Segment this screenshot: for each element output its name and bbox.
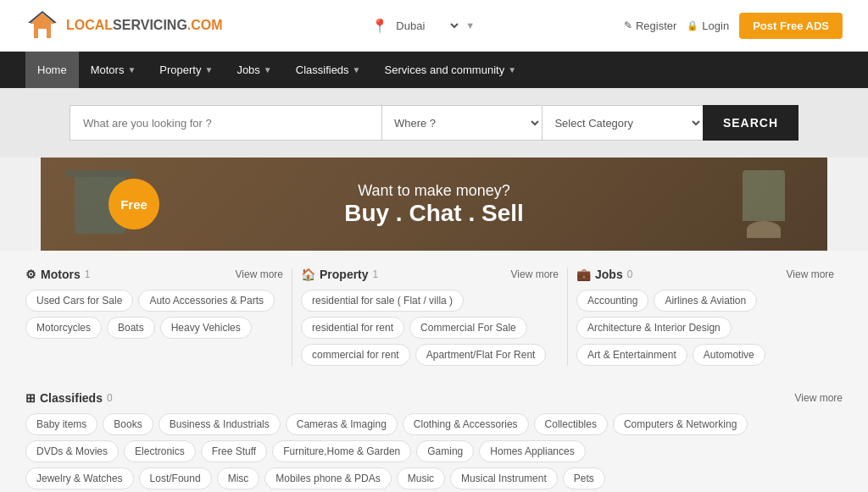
edit-icon: ✎: [624, 19, 632, 31]
tag-dvds-movies[interactable]: DVDs & Movies: [25, 440, 119, 462]
tag-pets[interactable]: Pets: [563, 467, 605, 489]
tag-business-industrials[interactable]: Business & Industrials: [159, 413, 281, 435]
tag-boats[interactable]: Boats: [107, 317, 155, 339]
property-header: 🏠 Property 1 View more: [301, 268, 559, 281]
jobs-title: 💼 Jobs 0: [576, 268, 632, 281]
jobs-tags: Accounting Airlines & Aviation Architect…: [576, 290, 834, 366]
classifieds-title: ⊞ Classifieds 0: [25, 391, 113, 405]
tag-commercial-sale[interactable]: Commercial For Sale: [409, 317, 527, 339]
tag-heavy-vehicles[interactable]: Heavy Vehicles: [160, 317, 252, 339]
search-bar: Where ? Dubai Abu Dhabi Sharjah Select C…: [70, 105, 798, 141]
tag-apartment-flat-rent[interactable]: Apartment/Flat For Rent: [415, 344, 547, 366]
main-nav: Home Motors ▼ Property ▼ Jobs ▼ Classifi…: [0, 52, 868, 88]
tag-residential-sale[interactable]: residential for sale ( Flat / villa ): [301, 290, 464, 312]
top-header: LOCALSERVICING.COM 📍 Dubai Abu Dhabi Sha…: [0, 0, 868, 52]
property-view-more[interactable]: View more: [511, 268, 559, 280]
location-area: 📍 Dubai Abu Dhabi Sharjah ▼: [371, 18, 475, 34]
tag-music[interactable]: Music: [397, 467, 445, 489]
motors-arrow-icon: ▼: [127, 65, 136, 75]
services-arrow-icon: ▼: [508, 65, 516, 75]
jobs-arrow-icon: ▼: [264, 65, 272, 75]
tag-misc[interactable]: Misc: [217, 467, 260, 489]
motors-view-more[interactable]: View more: [236, 268, 283, 280]
tag-mobiles-pdas[interactable]: Mobiles phone & PDAs: [264, 467, 391, 489]
tag-auto-accessories[interactable]: Auto Accessories & Parts: [138, 290, 275, 312]
search-button[interactable]: SEARCH: [703, 105, 798, 141]
top-categories-row: ⚙ Motors 1 View more Used Cars for Sale …: [25, 268, 843, 366]
tag-computers-networking[interactable]: Computers & Networking: [613, 413, 748, 435]
classifieds-header: ⊞ Classifieds 0 View more: [25, 391, 843, 405]
tag-automotive[interactable]: Automotive: [693, 344, 765, 366]
nav-services[interactable]: Services and community ▼: [373, 52, 529, 88]
logo-house-icon: [25, 8, 59, 42]
header-right: ✎ Register 🔒 Login Post Free ADS: [624, 13, 843, 39]
tag-art-entertainment[interactable]: Art & Entertainment: [576, 344, 687, 366]
main-content: ⚙ Motors 1 View more Used Cars for Sale …: [0, 251, 868, 492]
tag-airlines-aviation[interactable]: Airlines & Aviation: [654, 290, 757, 312]
tag-lost-found[interactable]: Lost/Found: [139, 467, 212, 489]
tag-free-stuff[interactable]: Free Stuff: [201, 440, 267, 462]
nav-jobs[interactable]: Jobs ▼: [225, 52, 283, 88]
gear-icon: ⚙: [25, 268, 36, 281]
classifieds-tags-row2: Jewelry & Watches Lost/Found Misc Mobile…: [25, 467, 843, 489]
free-badge: Free: [108, 179, 159, 229]
motors-header: ⚙ Motors 1 View more: [25, 268, 283, 281]
jobs-view-more[interactable]: View more: [787, 268, 834, 280]
tag-electronics[interactable]: Electronics: [124, 440, 196, 462]
nav-property[interactable]: Property ▼: [147, 52, 225, 88]
banner-top-line: Want to make money?: [344, 182, 524, 200]
nav-classifieds[interactable]: Classifieds ▼: [284, 52, 373, 88]
building-icon: 🏠: [301, 268, 315, 281]
jobs-section: 💼 Jobs 0 View more Accounting Airlines &…: [568, 268, 843, 366]
svg-rect-1: [38, 29, 47, 38]
tag-collectibles[interactable]: Collectibles: [534, 413, 608, 435]
banner-bottom-line: Buy . Chat . Sell: [344, 200, 524, 227]
tag-accounting[interactable]: Accounting: [576, 290, 648, 312]
tag-musical-instrument[interactable]: Musical Instrument: [450, 467, 558, 489]
property-title: 🏠 Property 1: [301, 268, 378, 281]
grid-icon: ⊞: [25, 391, 36, 405]
property-section: 🏠 Property 1 View more residential for s…: [292, 268, 568, 366]
tag-motorcycles[interactable]: Motorcycles: [25, 317, 102, 339]
jobs-header: 💼 Jobs 0 View more: [576, 268, 834, 281]
logo-text: LOCALSERVICING.COM: [66, 18, 223, 33]
category-dropdown[interactable]: Select Category Motors Property Jobs Cla…: [542, 105, 702, 141]
tag-books[interactable]: Books: [103, 413, 153, 435]
tag-gaming[interactable]: Gaming: [416, 440, 474, 462]
tag-residential-rent[interactable]: residential for rent: [301, 317, 404, 339]
location-dropdown[interactable]: Dubai Abu Dhabi Sharjah: [392, 19, 461, 33]
classifieds-arrow-icon: ▼: [353, 65, 361, 75]
property-tags: residential for sale ( Flat / villa ) re…: [301, 290, 559, 366]
tag-commercial-rent[interactable]: commercial for rent: [301, 344, 410, 366]
promo-banner: Free Want to make money? Buy . Chat . Se…: [41, 158, 827, 251]
location-pin-icon: 📍: [371, 18, 388, 34]
logo-area: LOCALSERVICING.COM: [25, 8, 223, 42]
nav-motors[interactable]: Motors ▼: [79, 52, 148, 88]
motors-tags: Used Cars for Sale Auto Accessories & Pa…: [25, 290, 283, 339]
briefcase-icon: 💼: [576, 268, 591, 281]
tag-homes-appliances[interactable]: Homes Appliances: [479, 440, 585, 462]
where-dropdown[interactable]: Where ? Dubai Abu Dhabi Sharjah: [381, 105, 542, 141]
property-arrow-icon: ▼: [204, 65, 213, 75]
lock-icon: 🔒: [687, 20, 698, 31]
search-input[interactable]: [70, 105, 381, 141]
classifieds-view-more[interactable]: View more: [795, 392, 843, 404]
tag-clothing-accessories[interactable]: Clothing & Accessories: [403, 413, 529, 435]
motors-section: ⚙ Motors 1 View more Used Cars for Sale …: [25, 268, 292, 366]
register-link[interactable]: ✎ Register: [624, 19, 676, 32]
classifieds-section: ⊞ Classifieds 0 View more Baby items Boo…: [25, 383, 843, 492]
tag-furniture-home-garden[interactable]: Furniture,Home & Garden: [272, 440, 411, 462]
tag-baby-items[interactable]: Baby items: [25, 413, 97, 435]
nav-home[interactable]: Home: [25, 52, 79, 88]
banner-text: Want to make money? Buy . Chat . Sell: [344, 182, 524, 227]
motors-title: ⚙ Motors 1: [25, 268, 90, 281]
classifieds-tags: Baby items Books Business & Industrials …: [25, 413, 843, 462]
dropdown-arrow-icon: ▼: [465, 20, 475, 30]
search-section: Where ? Dubai Abu Dhabi Sharjah Select C…: [0, 88, 868, 158]
tag-jewelry-watches[interactable]: Jewelry & Watches: [25, 467, 134, 489]
tag-cameras-imaging[interactable]: Cameras & Imaging: [286, 413, 398, 435]
tag-used-cars[interactable]: Used Cars for Sale: [25, 290, 133, 312]
tag-architecture-interior[interactable]: Architecture & Interior Design: [576, 317, 732, 339]
post-ads-button[interactable]: Post Free ADS: [739, 13, 843, 39]
login-link[interactable]: 🔒 Login: [687, 19, 729, 32]
